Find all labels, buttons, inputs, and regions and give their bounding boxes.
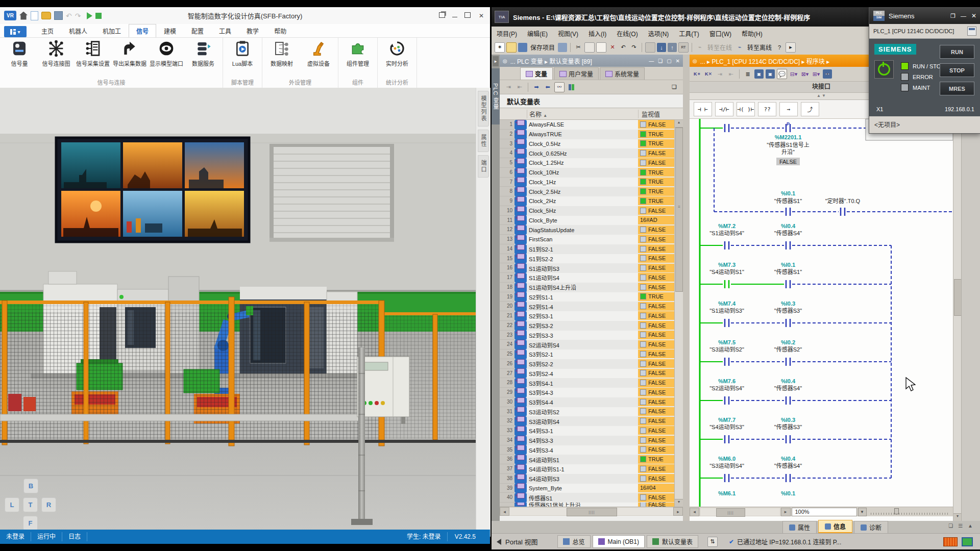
ribbon-button-数据映射[interactable]: 数据映射 — [263, 39, 300, 79]
address-icon[interactable]: ⊞▾ — [812, 69, 821, 79]
open-folder-icon[interactable] — [41, 12, 51, 19]
pin-icon[interactable]: ◎ — [693, 58, 697, 64]
inspector-tab-属性[interactable]: 属性 — [782, 521, 817, 533]
table-row[interactable]: 13FirstScanFALSE — [500, 235, 683, 244]
close-icon[interactable]: ✕ — [971, 12, 976, 19]
var-tab-用户常量[interactable]: 用户常量 — [554, 67, 599, 80]
ribbon-button-导出采集数据[interactable]: 导出采集数据 — [111, 39, 148, 79]
ladder-element-??[interactable]: ?? — [758, 102, 776, 116]
table-row[interactable]: 25S3到S2-1FALSE — [500, 349, 683, 359]
var-name[interactable]: S1运动到S4 — [527, 273, 638, 282]
var-tab-变量[interactable]: 变量 — [520, 67, 553, 80]
var-vscrollbar[interactable]: ▴≡▾ — [674, 120, 683, 507]
panel-minimize-icon[interactable]: — — [649, 58, 654, 64]
hscroll-thumb[interactable]: |||| — [567, 508, 617, 516]
tia-menu-工具(T)[interactable]: 工具(T) — [674, 29, 704, 38]
inspector-tab-信息[interactable]: 信息 — [818, 520, 852, 533]
insert-network-icon[interactable]: K✶ — [693, 69, 702, 79]
editor-tab-默认变量表[interactable]: 默认变量表 — [647, 535, 698, 548]
table-row[interactable]: 40传感器S1FALSE — [500, 493, 683, 503]
status-日志[interactable]: 日志 — [62, 532, 87, 541]
var-name[interactable]: AlwaysFALSE — [527, 121, 638, 128]
inspector-tab-诊断[interactable]: 诊断 — [854, 521, 888, 533]
table-row[interactable]: 12DiagStatusUpdateFALSE — [500, 225, 683, 235]
table-row[interactable]: 26S3到S2-2FALSE — [500, 359, 683, 369]
ladder-element-⊣( )⊢[interactable]: ⊣( )⊢ — [737, 102, 755, 116]
redo-icon[interactable]: ↷ — [75, 12, 81, 20]
go-offline-label[interactable]: 转至离线 — [746, 43, 773, 52]
hscroll-thumb[interactable]: |||| — [716, 508, 745, 517]
status-运行中[interactable]: 运行中 — [31, 532, 62, 541]
monitor-all-icon[interactable]: 👓 — [554, 82, 565, 92]
vscroll-thumb[interactable]: ≡ — [675, 128, 683, 292]
comments-icon[interactable]: 💬 — [777, 69, 787, 79]
table-row[interactable]: 39System_Byte16#04 — [500, 484, 683, 493]
var-name[interactable]: DiagStatusUpdate — [527, 227, 638, 233]
editor-tab-Main (OB1)[interactable]: Main (OB1) — [593, 535, 645, 548]
panel-maximize-icon[interactable]: ▢ — [667, 58, 671, 64]
plcsim-titlebar[interactable]: PLCSIM Siemens ❐ — ✕ — [869, 8, 980, 24]
menu-tab-帮助[interactable]: 帮助 — [266, 24, 294, 37]
var-name[interactable]: S1到S2-1 — [527, 245, 638, 253]
tia-menu-插入(I)[interactable]: 插入(I) — [583, 29, 611, 38]
side-tab-模型列表[interactable]: 模型列表 — [478, 91, 489, 127]
var-name[interactable]: Clock_1.25Hz — [527, 160, 638, 166]
snapshot-icon[interactable] — [567, 83, 576, 92]
app-menu-button[interactable]: ▾ — [4, 26, 27, 37]
var-name[interactable]: S2到S1-4 — [527, 303, 638, 311]
var-name[interactable]: S1到S2-2 — [527, 255, 638, 263]
save-icon[interactable] — [54, 11, 63, 20]
table-row[interactable]: 24S2运动到S4FALSE — [500, 340, 683, 349]
var-panel-header[interactable]: ◎ ... PLC 变量 ▸ 默认变量表 [89] — ❏ ▢ ✕ — [500, 55, 683, 67]
table-row[interactable]: 9Clock_2HzTRUE — [500, 196, 683, 206]
float-window-icon[interactable] — [439, 12, 445, 19]
minimize-icon[interactable]: — — [961, 13, 966, 19]
export-icon[interactable]: ➡ — [532, 83, 541, 92]
table-row[interactable]: 5Clock_1.25HzFALSE — [500, 158, 683, 168]
view-nav-T[interactable]: T — [23, 497, 38, 512]
home-icon[interactable] — [19, 12, 28, 20]
menu-tab-机器人[interactable]: 机器人 — [61, 24, 95, 37]
go-online-icon[interactable]: ⌁ — [695, 43, 704, 52]
print-icon[interactable] — [558, 43, 567, 52]
table-row[interactable]: 15S1到S2-2FALSE — [500, 254, 683, 264]
table-row[interactable]: 28S3到S4-1FALSE — [500, 378, 683, 388]
zoom-select[interactable]: 100% — [792, 508, 857, 516]
var-name[interactable]: S1运动到S3 — [527, 264, 638, 272]
collapse-all-icon[interactable]: ▣ — [766, 69, 775, 79]
copy-icon[interactable] — [584, 42, 595, 53]
table-row[interactable]: 34S4到S3-3FALSE — [500, 436, 683, 445]
restore-icon[interactable]: ❐ — [950, 13, 955, 19]
monitor-onoff-icon[interactable]: 👓 — [823, 69, 832, 79]
table-row[interactable]: 17S1运动到S4FALSE — [500, 273, 683, 283]
indent-icon[interactable]: ⇥ — [715, 69, 724, 79]
panel-splitter[interactable] — [683, 55, 690, 521]
undo-icon[interactable]: ↶ — [619, 43, 628, 52]
menu-tab-配置[interactable]: 配置 — [184, 24, 211, 37]
table-row[interactable]: 30S3到S4-4FALSE — [500, 397, 683, 407]
table-row[interactable]: 传感器S1信号上升沿FALSE — [500, 503, 683, 507]
ribbon-button-信号采集设置[interactable]: 信号采集设置 — [75, 39, 111, 79]
zoom-dropdown-icon[interactable]: ▼ — [858, 508, 867, 516]
vr-logo-icon[interactable]: VR — [4, 11, 16, 20]
table-row[interactable]: 32S3运动到S4FALSE — [500, 416, 683, 426]
table-row[interactable]: 20S2到S1-4FALSE — [500, 302, 683, 311]
scroll-right-icon[interactable]: ▸ — [673, 507, 683, 516]
ribbon-button-数据服务[interactable]: 数据服务 — [185, 39, 222, 79]
table-row[interactable]: 6Clock_10HzTRUE — [500, 168, 683, 178]
undo-icon[interactable]: ↶ — [66, 12, 72, 20]
start-runtime-icon[interactable]: RT — [678, 42, 689, 53]
var-name[interactable]: S2运动到S4 — [527, 341, 638, 349]
view-nav-L[interactable]: L — [5, 497, 19, 512]
table-row[interactable]: 38S4运动到S3FALSE — [500, 474, 683, 484]
ribbon-button-Lua脚本[interactable]: Lua脚本 — [224, 39, 261, 79]
tia-menu-在线(O)[interactable]: 在线(O) — [611, 29, 643, 38]
table-row[interactable]: 22S2到S3-2FALSE — [500, 321, 683, 331]
var-name[interactable]: S3到S4-4 — [527, 398, 638, 406]
insert-row-icon[interactable]: ⇥ — [504, 83, 513, 92]
save-project-label[interactable]: 保存项目 — [529, 43, 556, 52]
table-row[interactable]: 3Clock_0.5HzTRUE — [500, 139, 683, 149]
ribbon-button-信号量[interactable]: 信号量 — [1, 39, 38, 79]
go-online-label[interactable]: 转至在线 — [706, 43, 733, 52]
redo-icon[interactable]: ↷ — [629, 43, 639, 52]
